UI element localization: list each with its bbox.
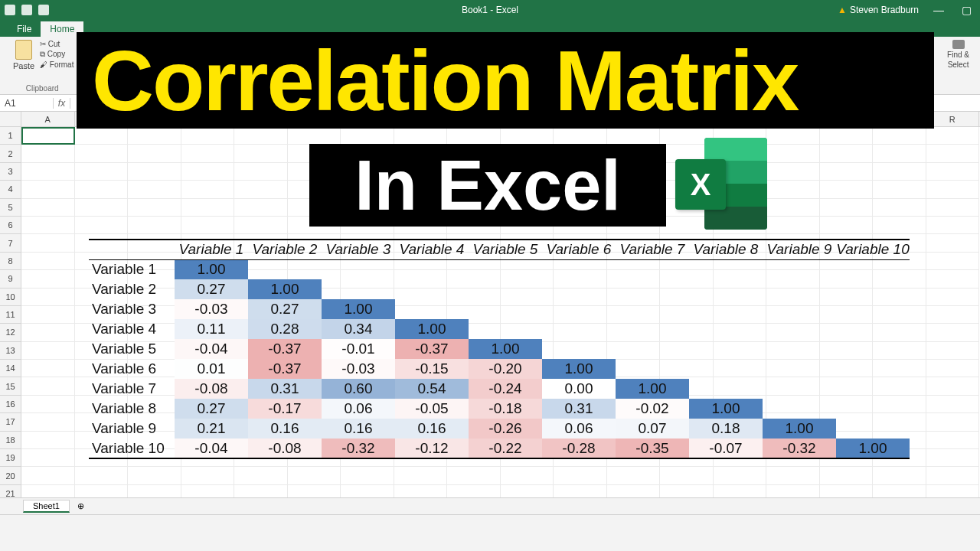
cell[interactable] bbox=[926, 289, 980, 306]
cell[interactable] bbox=[926, 432, 980, 449]
undo-icon[interactable] bbox=[21, 5, 32, 15]
cell[interactable] bbox=[181, 217, 235, 234]
row-header[interactable]: 18 bbox=[0, 432, 21, 449]
cell[interactable] bbox=[607, 467, 661, 484]
cell[interactable] bbox=[820, 199, 874, 217]
cell[interactable] bbox=[234, 485, 288, 497]
row-header[interactable]: 13 bbox=[0, 342, 21, 360]
cell[interactable] bbox=[234, 467, 288, 484]
cell[interactable] bbox=[714, 467, 767, 484]
cell[interactable] bbox=[21, 432, 75, 449]
cell[interactable] bbox=[181, 145, 235, 162]
row-header[interactable]: 14 bbox=[0, 360, 21, 377]
format-painter-button[interactable]: 🖌 Format bbox=[40, 60, 74, 69]
paste-button[interactable]: Paste bbox=[11, 40, 37, 70]
cell[interactable] bbox=[21, 181, 75, 198]
cell[interactable] bbox=[766, 467, 820, 484]
tab-file[interactable]: File bbox=[8, 21, 41, 37]
row-header[interactable]: 7 bbox=[0, 234, 21, 252]
cell[interactable] bbox=[75, 199, 129, 217]
cell[interactable] bbox=[873, 127, 926, 145]
cell[interactable] bbox=[341, 485, 394, 497]
row-header[interactable]: 6 bbox=[0, 217, 21, 234]
cell[interactable] bbox=[873, 163, 926, 181]
cell[interactable] bbox=[820, 467, 874, 484]
new-sheet-button[interactable]: ⊕ bbox=[73, 501, 89, 511]
cell[interactable] bbox=[820, 485, 874, 497]
cell[interactable] bbox=[501, 485, 554, 497]
cell[interactable] bbox=[288, 467, 341, 484]
cell[interactable] bbox=[394, 485, 448, 497]
cell[interactable] bbox=[75, 127, 129, 145]
cell[interactable] bbox=[21, 467, 75, 484]
cell[interactable] bbox=[341, 127, 394, 145]
cell[interactable] bbox=[926, 270, 980, 288]
row-header[interactable]: 9 bbox=[0, 270, 21, 288]
cell[interactable] bbox=[128, 181, 181, 198]
cell[interactable] bbox=[714, 485, 767, 497]
cell[interactable] bbox=[234, 217, 288, 234]
cell[interactable] bbox=[288, 485, 341, 497]
cell[interactable] bbox=[181, 127, 235, 145]
row-header[interactable]: 11 bbox=[0, 306, 21, 324]
minimize-button[interactable]: — bbox=[925, 0, 952, 20]
cell[interactable] bbox=[820, 163, 874, 181]
cell[interactable] bbox=[75, 181, 129, 198]
cut-button[interactable]: ✂ Cut bbox=[40, 40, 74, 48]
cell[interactable] bbox=[447, 467, 501, 484]
cell[interactable] bbox=[873, 145, 926, 162]
cell[interactable] bbox=[926, 234, 980, 252]
cell[interactable] bbox=[21, 377, 75, 395]
row-header[interactable]: 19 bbox=[0, 449, 21, 467]
cell[interactable] bbox=[926, 306, 980, 324]
find-select-button[interactable]: Find & Select bbox=[947, 40, 969, 69]
cell[interactable] bbox=[926, 163, 980, 181]
cell[interactable] bbox=[660, 485, 714, 497]
cell[interactable] bbox=[75, 145, 129, 162]
select-all-corner[interactable] bbox=[0, 112, 21, 126]
row-header[interactable]: 12 bbox=[0, 324, 21, 341]
cell[interactable] bbox=[341, 467, 394, 484]
cell[interactable] bbox=[181, 181, 235, 198]
cell[interactable] bbox=[926, 485, 980, 497]
row-header[interactable]: 4 bbox=[0, 181, 21, 198]
cell[interactable] bbox=[21, 413, 75, 431]
cell[interactable] bbox=[926, 145, 980, 162]
cell[interactable] bbox=[75, 217, 129, 234]
cell[interactable] bbox=[926, 324, 980, 341]
cell[interactable] bbox=[128, 163, 181, 181]
cell[interactable] bbox=[234, 145, 288, 162]
cell[interactable] bbox=[234, 199, 288, 217]
cell[interactable] bbox=[926, 217, 980, 234]
cell[interactable] bbox=[873, 467, 926, 484]
cell[interactable] bbox=[394, 467, 448, 484]
cell[interactable] bbox=[820, 145, 874, 162]
cell[interactable] bbox=[766, 145, 820, 162]
cell[interactable] bbox=[873, 199, 926, 217]
save-icon[interactable] bbox=[5, 5, 15, 15]
cell[interactable] bbox=[21, 270, 75, 288]
cell[interactable] bbox=[128, 199, 181, 217]
cell[interactable] bbox=[820, 217, 874, 234]
cell[interactable] bbox=[181, 163, 235, 181]
cell[interactable] bbox=[21, 360, 75, 377]
row-header[interactable]: 3 bbox=[0, 163, 21, 181]
cell[interactable] bbox=[926, 360, 980, 377]
row-header[interactable]: 20 bbox=[0, 467, 21, 484]
cell[interactable] bbox=[21, 324, 75, 341]
cell[interactable] bbox=[128, 467, 181, 484]
row-header[interactable]: 1 bbox=[0, 127, 21, 145]
cell[interactable] bbox=[926, 342, 980, 360]
cell[interactable] bbox=[21, 217, 75, 234]
cell[interactable] bbox=[128, 217, 181, 234]
fx-icon[interactable]: fx bbox=[54, 98, 70, 109]
cell[interactable] bbox=[926, 199, 980, 217]
cell[interactable] bbox=[128, 485, 181, 497]
cell[interactable] bbox=[554, 467, 607, 484]
row-header[interactable]: 5 bbox=[0, 199, 21, 217]
cell[interactable] bbox=[21, 127, 75, 145]
cell[interactable] bbox=[181, 199, 235, 217]
cell[interactable] bbox=[766, 217, 820, 234]
cell[interactable] bbox=[21, 199, 75, 217]
cell[interactable] bbox=[234, 127, 288, 145]
